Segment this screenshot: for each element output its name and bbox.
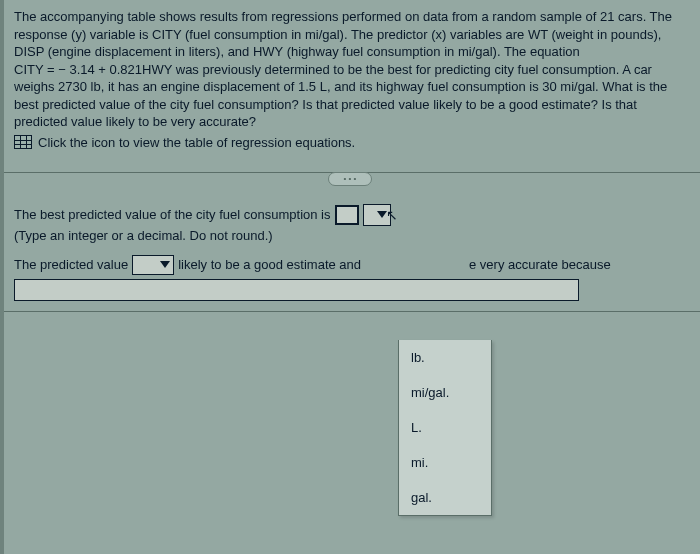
- predicted-value-label: The best predicted value of the city fue…: [14, 207, 331, 222]
- regression-table-link-label: Click the icon to view the table of regr…: [38, 135, 355, 150]
- divider-bottom: [0, 311, 700, 312]
- input-hint: (Type an integer or a decimal. Do not ro…: [14, 228, 686, 243]
- problem-paragraph-2: CITY = − 3.14 + 0.821HWY was previously …: [14, 62, 667, 130]
- unit-option-migal[interactable]: mi/gal.: [399, 375, 491, 410]
- pill-row: • • •: [0, 172, 700, 186]
- question-block: The best predicted value of the city fue…: [0, 204, 700, 301]
- unit-dropdown[interactable]: ↖: [363, 204, 391, 226]
- line2-mid: likely to be a good estimate and: [178, 257, 361, 272]
- cursor-icon: ↖: [386, 207, 398, 223]
- unit-option-mi[interactable]: mi.: [399, 445, 491, 480]
- unit-option-l[interactable]: L.: [399, 410, 491, 445]
- left-edge-border: [0, 0, 4, 554]
- line2-suffix: e very accurate because: [469, 257, 611, 272]
- table-icon: [14, 135, 32, 149]
- ellipsis-toggle[interactable]: • • •: [328, 172, 372, 186]
- explanation-input[interactable]: [14, 279, 579, 301]
- predicted-value-line: The best predicted value of the city fue…: [14, 204, 686, 226]
- chevron-down-icon: [160, 261, 170, 268]
- is-isnot-dropdown[interactable]: [132, 255, 174, 275]
- problem-container: The accompanying table shows results fro…: [0, 0, 700, 158]
- unit-option-gal[interactable]: gal.: [399, 480, 491, 515]
- line2-prefix: The predicted value: [14, 257, 128, 272]
- unit-option-lb[interactable]: lb.: [399, 340, 491, 375]
- regression-table-link[interactable]: Click the icon to view the table of regr…: [14, 135, 686, 150]
- ellipsis-icon: • • •: [344, 174, 357, 183]
- predicted-value-input[interactable]: [335, 205, 359, 225]
- good-estimate-line: The predicted value likely to be a good …: [14, 255, 686, 275]
- unit-dropdown-menu: lb. mi/gal. L. mi. gal.: [398, 340, 492, 516]
- problem-paragraph-1: The accompanying table shows results fro…: [14, 9, 672, 59]
- problem-text: The accompanying table shows results fro…: [14, 8, 686, 131]
